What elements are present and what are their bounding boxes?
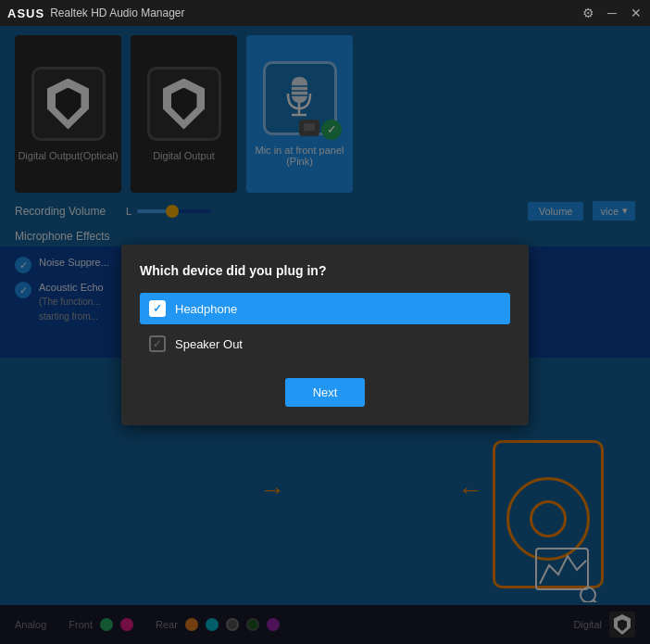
close-button[interactable]: ✕: [628, 5, 644, 21]
headphone-label: Headphone: [175, 302, 237, 316]
dialog-box: Which device did you plug in? ✓ Headphon…: [121, 245, 529, 425]
option-headphone[interactable]: ✓ Headphone: [140, 293, 510, 324]
asus-logo: ASUS: [7, 6, 44, 20]
window-controls: ⚙ ─ ✕: [580, 5, 644, 21]
app-body: Digital Output(Optical) Digital Output: [0, 26, 650, 644]
app-title: Realtek HD Audio Manager: [50, 6, 184, 19]
dialog-overlay: Which device did you plug in? ✓ Headphon…: [0, 26, 650, 644]
headphone-check-icon: ✓: [149, 300, 166, 317]
dialog-footer: Next: [140, 378, 510, 407]
app-logo-area: ASUS Realtek HD Audio Manager: [7, 6, 185, 20]
dialog-title: Which device did you plug in?: [140, 263, 510, 278]
settings-button[interactable]: ⚙: [580, 5, 596, 21]
speaker-out-label: Speaker Out: [175, 337, 243, 351]
next-button[interactable]: Next: [285, 378, 366, 407]
option-speaker-out[interactable]: ✓ Speaker Out: [140, 328, 510, 360]
minimize-button[interactable]: ─: [604, 5, 620, 21]
title-bar: ASUS Realtek HD Audio Manager ⚙ ─ ✕: [0, 0, 650, 26]
speaker-check-icon: ✓: [149, 335, 166, 352]
